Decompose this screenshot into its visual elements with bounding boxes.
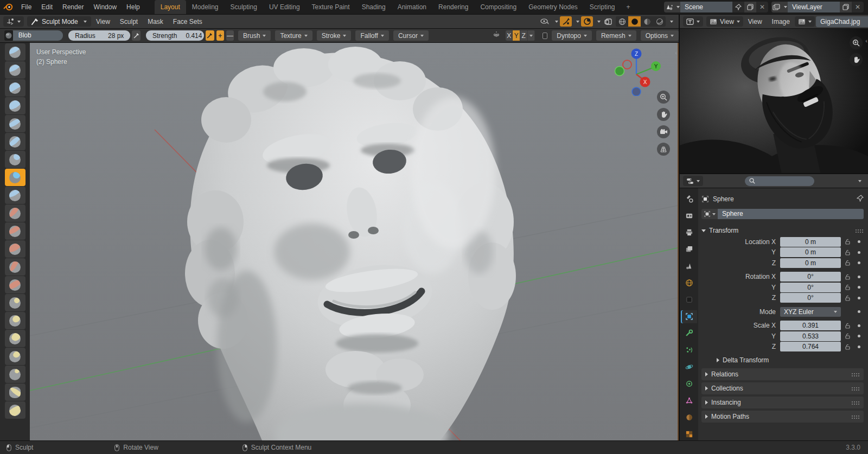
- image-name-field[interactable]: GigaChad.jpg: [816, 16, 868, 27]
- brush-grab[interactable]: [5, 294, 25, 311]
- brush-clay[interactable]: [5, 79, 25, 97]
- image-editor-type-button[interactable]: [683, 16, 703, 27]
- workspace-tab-compositing[interactable]: Compositing: [474, 0, 522, 14]
- rotation-y-field[interactable]: 0°: [780, 283, 841, 292]
- lock-icon[interactable]: [841, 284, 854, 290]
- radius-pressure-toggle[interactable]: [132, 30, 141, 41]
- tab-constraints[interactable]: [681, 377, 697, 390]
- texture-panel-dropdown[interactable]: Texture: [275, 30, 312, 41]
- panel-grip-icon[interactable]: [851, 415, 860, 419]
- brush-smooth[interactable]: [5, 204, 25, 222]
- animate-dot[interactable]: [854, 324, 864, 327]
- brush-draw[interactable]: [5, 43, 25, 61]
- location-z-field[interactable]: 0 m: [780, 258, 841, 268]
- brush-clay-strips[interactable]: [5, 97, 25, 114]
- dyntopo-dropdown[interactable]: Dyntopo: [552, 30, 592, 41]
- object-id-dropdown[interactable]: [701, 209, 718, 219]
- rotation-z-field[interactable]: 0°: [780, 293, 841, 303]
- animate-dot[interactable]: [854, 310, 864, 313]
- shading-material-button[interactable]: [641, 16, 653, 27]
- animate-dot[interactable]: [854, 276, 864, 278]
- options-dropdown[interactable]: Options: [641, 30, 679, 41]
- scale-x-field[interactable]: 0.391: [780, 321, 841, 330]
- tab-tool[interactable]: [681, 193, 697, 206]
- viewlayer-icon[interactable]: [771, 2, 788, 12]
- viewport-region-collapse-arrow[interactable]: ‹: [675, 49, 677, 56]
- tab-object[interactable]: [681, 310, 697, 323]
- lock-icon[interactable]: [841, 274, 854, 280]
- image-menu-view[interactable]: View: [743, 18, 767, 25]
- brush-slide-relax[interactable]: [5, 383, 25, 401]
- strength-pressure-toggle[interactable]: [206, 30, 214, 41]
- brush-pinch[interactable]: [5, 276, 25, 293]
- tab-modifiers[interactable]: [681, 327, 697, 340]
- browse-image-button[interactable]: [795, 16, 815, 27]
- mirror-options-chevron[interactable]: [528, 30, 535, 41]
- location-y-field[interactable]: 0 m: [780, 247, 841, 257]
- properties-editor-type-button[interactable]: [683, 176, 703, 186]
- cursor-panel-dropdown[interactable]: Cursor: [393, 30, 429, 41]
- mirror-y-button[interactable]: Y: [513, 30, 520, 41]
- tab-render[interactable]: [681, 209, 697, 222]
- scale-y-field[interactable]: 0.533: [780, 331, 841, 341]
- lock-icon[interactable]: [841, 250, 854, 255]
- workspace-tab-texture-paint[interactable]: Texture Paint: [306, 0, 356, 14]
- collections-section[interactable]: Collections: [701, 382, 864, 394]
- brush-panel-dropdown[interactable]: Brush: [238, 30, 271, 41]
- tab-particles[interactable]: [681, 343, 697, 356]
- brush-cloth[interactable]: [5, 401, 25, 419]
- new-scene-button[interactable]: [744, 2, 756, 12]
- tab-output[interactable]: [681, 226, 697, 239]
- menu-view[interactable]: View: [91, 18, 115, 25]
- radius-slider[interactable]: Radius 28 px: [68, 30, 130, 41]
- workspace-tab-layout[interactable]: Layout: [155, 0, 186, 14]
- brush-clay-thumb[interactable]: [5, 115, 25, 132]
- image-editor-view[interactable]: ‹: [680, 29, 868, 173]
- tab-material[interactable]: [681, 411, 697, 424]
- tab-view-layer[interactable]: [681, 243, 697, 256]
- image-menu-image[interactable]: Image: [767, 18, 795, 25]
- add-workspace-button[interactable]: +: [621, 3, 636, 11]
- show-gizmo-button[interactable]: [560, 16, 572, 27]
- workspace-tab-rendering[interactable]: Rendering: [432, 0, 474, 14]
- lock-icon[interactable]: [841, 344, 854, 350]
- brush-multiplane-scrape[interactable]: [5, 258, 25, 276]
- strength-slider[interactable]: Strength 0.414: [146, 30, 204, 41]
- brush-subtract-button[interactable]: —: [226, 30, 234, 41]
- remesh-dropdown[interactable]: Remesh: [596, 30, 636, 41]
- shading-solid-button[interactable]: [628, 16, 641, 27]
- menu-face-sets[interactable]: Face Sets: [168, 18, 207, 25]
- panel-grip-icon[interactable]: [851, 373, 860, 376]
- workspace-tab-shading[interactable]: Shading: [356, 0, 392, 14]
- panel-grip-icon[interactable]: [855, 229, 864, 233]
- image-region-collapse-arrow[interactable]: ‹: [865, 37, 867, 44]
- remove-viewlayer-icon[interactable]: ✕: [852, 2, 864, 12]
- brush-layer[interactable]: [5, 133, 25, 150]
- brush-add-button[interactable]: +: [216, 30, 224, 41]
- brush-crease[interactable]: [5, 187, 25, 204]
- dyntopo-checkbox[interactable]: [542, 33, 547, 39]
- brush-scrape[interactable]: [5, 240, 25, 258]
- menu-file[interactable]: File: [16, 0, 36, 14]
- object-types-chevron[interactable]: [555, 21, 558, 23]
- mode-dropdown[interactable]: Sculpt Mode: [27, 16, 91, 27]
- transform-panel-header[interactable]: Transform: [701, 225, 864, 236]
- menu-sculpt[interactable]: Sculpt: [115, 18, 143, 25]
- toggle-xray-button[interactable]: [602, 16, 614, 27]
- workspace-tab-modeling[interactable]: Modeling: [186, 0, 225, 14]
- motion-paths-section[interactable]: Motion Paths: [701, 411, 864, 423]
- animate-dot[interactable]: [854, 251, 864, 254]
- mirror-x-button[interactable]: X: [506, 30, 513, 41]
- falloff-panel-dropdown[interactable]: Falloff: [355, 30, 388, 41]
- location-x-field[interactable]: 0 m: [780, 237, 841, 247]
- panel-grip-icon[interactable]: [851, 401, 860, 405]
- brush-flatten[interactable]: [5, 222, 25, 240]
- workspace-tab-scripting[interactable]: Scripting: [584, 0, 621, 14]
- lock-icon[interactable]: [841, 295, 854, 301]
- lock-icon[interactable]: [841, 333, 854, 339]
- object-name-field[interactable]: Sphere: [718, 209, 864, 219]
- instancing-section[interactable]: Instancing: [701, 397, 864, 408]
- gizmo-chevron[interactable]: [576, 21, 579, 23]
- brush-blob[interactable]: [5, 169, 25, 186]
- workspace-tab-geometry-nodes[interactable]: Geometry Nodes: [522, 0, 584, 14]
